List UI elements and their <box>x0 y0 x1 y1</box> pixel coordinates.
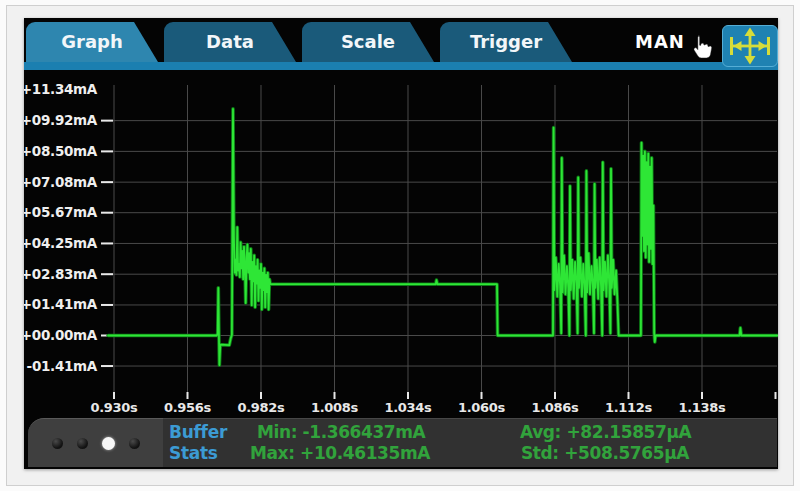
y-axis-label: +01.41mA <box>24 296 98 312</box>
y-axis-tick <box>101 212 113 214</box>
tab-label: Data <box>176 22 284 62</box>
pager-dot-2[interactable] <box>77 438 88 449</box>
y-axis-label: +02.83mA <box>24 266 98 282</box>
pan-zoom-arrows-icon <box>723 26 777 66</box>
pager-dot-1[interactable] <box>52 438 63 449</box>
y-axis-tick <box>101 365 113 367</box>
y-axis-label: +00.00mA <box>24 327 98 343</box>
tab-strip-underline <box>24 62 778 70</box>
buffer-stats-label-line1: Buffer <box>169 422 227 442</box>
x-axis-label: 1.112s <box>605 400 653 415</box>
y-axis-tick <box>101 273 113 275</box>
stat-std: Std: +508.5765µA <box>521 443 689 463</box>
x-axis-label: 1.060s <box>458 400 506 415</box>
pager-dot-3[interactable] <box>102 437 115 450</box>
y-axis-label: +04.25mA <box>24 235 98 251</box>
tab-scale[interactable]: Scale <box>302 22 434 62</box>
buffer-current-trace <box>108 109 777 365</box>
y-axis-tick <box>101 181 113 183</box>
x-axis-label: 1.138s <box>678 400 726 415</box>
x-axis-label: 1.034s <box>384 400 432 415</box>
tab-label: Trigger <box>452 22 560 62</box>
x-axis-tick <box>701 392 703 399</box>
y-axis-tick <box>101 304 113 306</box>
x-axis-tick <box>260 392 262 399</box>
tab-graph[interactable]: Graph <box>26 22 158 62</box>
y-axis-tick <box>101 242 113 244</box>
stat-avg: Avg: +82.15857µA <box>520 422 691 442</box>
y-axis-label: -01.41mA <box>27 358 98 374</box>
x-axis-tick <box>333 392 335 399</box>
x-axis-tick-end <box>775 392 777 399</box>
y-axis-tick <box>101 150 113 152</box>
pager-dot-4[interactable] <box>129 438 140 449</box>
x-axis-label: 1.086s <box>531 400 579 415</box>
tab-data[interactable]: Data <box>164 22 296 62</box>
y-axis-label: +08.50mA <box>24 143 98 159</box>
hand-pointer-icon <box>688 34 714 62</box>
y-axis-tick <box>101 120 113 122</box>
x-axis-tick <box>554 392 556 399</box>
pager-dots <box>28 418 163 467</box>
x-axis-label: 0.956s <box>164 400 212 415</box>
tab-trigger[interactable]: Trigger <box>440 22 572 62</box>
x-axis-tick <box>407 392 409 399</box>
y-axis-label: +07.08mA <box>24 174 98 190</box>
y-axis-label: +05.67mA <box>24 204 98 220</box>
stat-min: Min: -1.366437mA <box>257 422 425 442</box>
trace-halo <box>108 109 777 365</box>
screenshot-page: GraphDataScaleTrigger MAN 0.930s0.956s0.… <box>0 0 800 491</box>
x-axis-tick <box>480 392 482 399</box>
x-axis-label: 1.008s <box>311 400 359 415</box>
stat-max: Max: +10.46135mA <box>250 443 430 463</box>
instrument-screen: GraphDataScaleTrigger MAN 0.930s0.956s0.… <box>24 18 778 469</box>
y-axis-label: +09.92mA <box>24 112 98 128</box>
tab-label: Scale <box>314 22 422 62</box>
buffer-stats-label-line2: Stats <box>169 443 218 463</box>
x-axis-tick <box>627 392 629 399</box>
tab-label: Graph <box>38 22 146 62</box>
graph-scale-button[interactable] <box>722 25 778 67</box>
y-axis-label: +11.34mA <box>24 81 98 97</box>
x-axis-tick <box>186 392 188 399</box>
x-axis-tick <box>113 392 115 399</box>
graph-plot-area[interactable]: 0.930s0.956s0.982s1.008s1.034s1.060s1.08… <box>24 70 778 418</box>
footer-bar: Buffer Stats Min: -1.366437mA Max: +10.4… <box>28 418 777 467</box>
x-axis-label: 0.982s <box>237 400 285 415</box>
x-axis-label: 0.930s <box>90 400 138 415</box>
